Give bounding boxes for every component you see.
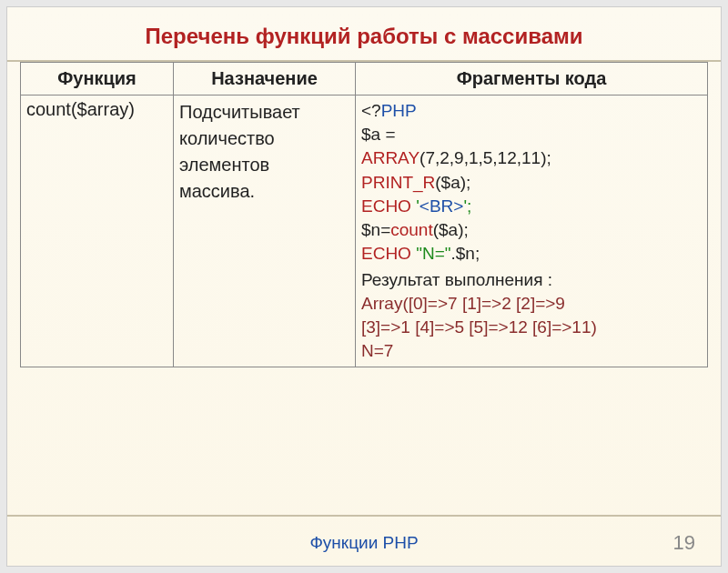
- code-keyword-php: PHP: [381, 101, 417, 120]
- col-header-code: Фрагменты кода: [356, 63, 708, 96]
- code-fn-array: ARRAY: [361, 148, 420, 167]
- table-row: count($array) Подсчитывает количество эл…: [21, 96, 708, 367]
- footer-text: Функции PHP: [309, 533, 418, 553]
- result-label: Результат выполнения :: [361, 268, 702, 292]
- result-line: Array([0]=>7 [1]=>2 [2]=>9: [361, 294, 565, 313]
- code-text: $a =: [361, 125, 396, 144]
- slide: Перечень функций работы с массивами Функ…: [6, 6, 722, 567]
- code-fn-count: count: [390, 220, 432, 239]
- cell-description: Подсчитывает количество элементов массив…: [174, 96, 356, 367]
- cell-code: <?PHP $a = ARRAY(7,2,9,1,5,12,11); PRINT…: [356, 96, 708, 367]
- footer-separator: [7, 515, 721, 517]
- code-fn-echo: ECHO: [361, 196, 411, 216]
- code-string: "N=": [411, 244, 451, 263]
- slide-footer: Функции PHP: [7, 533, 721, 553]
- code-text: ($a);: [433, 220, 469, 239]
- code-text: $n=: [361, 220, 390, 239]
- cell-function: count($array): [21, 96, 174, 367]
- col-header-function: Функция: [21, 63, 174, 96]
- code-string-br: <BR>: [420, 196, 464, 216]
- code-string: ': [411, 196, 420, 216]
- code-text: ($a);: [435, 173, 470, 192]
- code-string: ';: [463, 196, 471, 216]
- code-text: <?: [361, 101, 381, 120]
- result-line: [3]=>1 [4]=>5 [5]=>12 [6]=>11): [361, 317, 597, 337]
- slide-title: Перечень функций работы с массивами: [20, 16, 708, 60]
- code-text: .$n;: [451, 244, 480, 263]
- result-line: N=7: [361, 341, 393, 360]
- functions-table: Функция Назначение Фрагменты кода count(…: [20, 62, 708, 367]
- table-header-row: Функция Назначение Фрагменты кода: [21, 63, 708, 96]
- page-number: 19: [673, 531, 695, 555]
- code-fn-echo: ECHO: [361, 244, 411, 263]
- code-fn-printr: PRINT_R: [361, 173, 435, 192]
- code-text: (7,2,9,1,5,12,11);: [420, 148, 551, 167]
- col-header-purpose: Назначение: [174, 63, 356, 96]
